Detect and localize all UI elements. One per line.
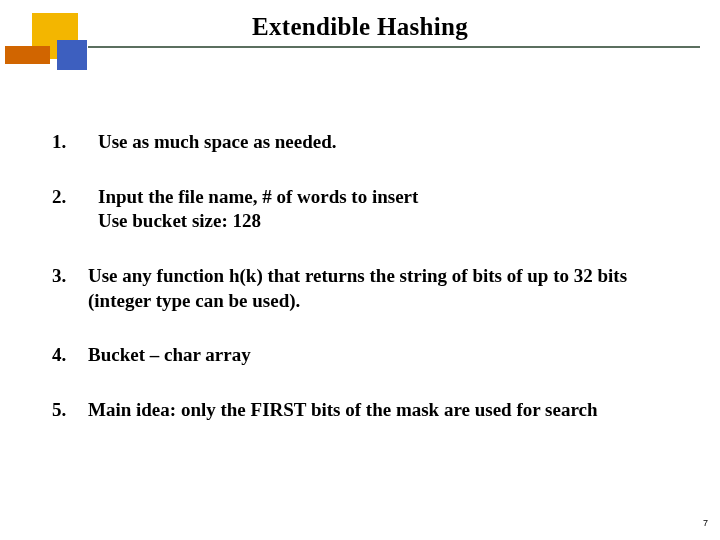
list-item-4: 4. Bucket – char array	[52, 343, 672, 368]
item-number: 4.	[52, 343, 88, 368]
item-text: Use any function h(k) that returns the s…	[88, 264, 672, 313]
item-text: Main idea: only the FIRST bits of the ma…	[88, 398, 672, 423]
page-title: Extendible Hashing	[0, 13, 720, 41]
item-text-line1: Input the file name, # of words to inser…	[98, 185, 672, 210]
list-item-2: 2. Input the file name, # of words to in…	[52, 185, 672, 234]
numbered-list: 1. Use as much space as needed. 2. Input…	[52, 130, 672, 423]
item-number: 5.	[52, 398, 88, 423]
list-item-1: 1. Use as much space as needed.	[52, 130, 672, 155]
item-number: 2.	[52, 185, 88, 210]
item-text-line2: Use bucket size: 128	[98, 209, 672, 234]
content-body: 1. Use as much space as needed. 2. Input…	[52, 130, 672, 453]
list-item-5: 5. Main idea: only the FIRST bits of the…	[52, 398, 672, 423]
list-item-3: 3. Use any function h(k) that returns th…	[52, 264, 672, 313]
page-number: 7	[703, 518, 708, 528]
title-underline	[88, 46, 700, 48]
item-number: 3.	[52, 264, 88, 289]
item-text: Bucket – char array	[88, 343, 672, 368]
item-number: 1.	[52, 130, 88, 155]
item-text: Use as much space as needed.	[98, 130, 672, 155]
title-container: Extendible Hashing	[0, 13, 720, 48]
decoration-orange-bar	[5, 46, 50, 64]
